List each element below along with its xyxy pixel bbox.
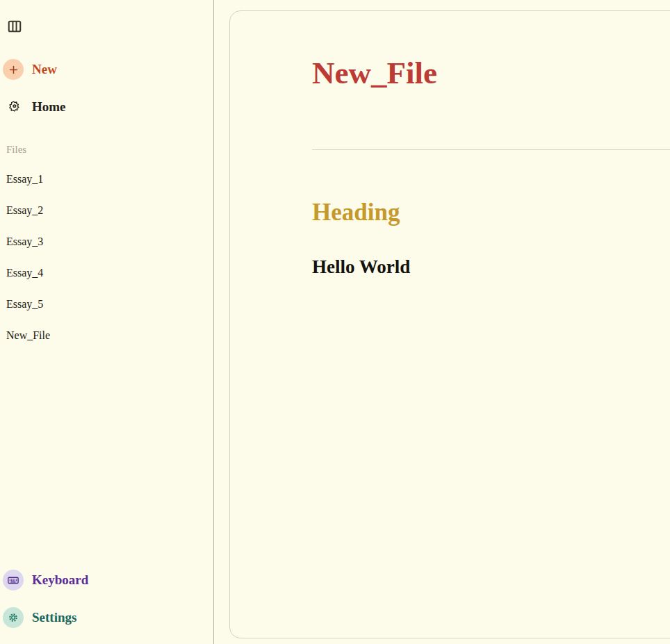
file-item-essay-1[interactable]: Essay_1 <box>0 163 213 195</box>
keyboard-button[interactable]: Keyboard <box>3 569 88 591</box>
document-heading-block[interactable]: Heading <box>312 198 670 227</box>
document-paragraph-block[interactable]: Hello World <box>312 256 670 278</box>
new-button-label: New <box>32 62 57 77</box>
app-window: { "colors": { "background": "#fdfbe9", "… <box>0 0 670 644</box>
editor-content: New_File Heading Hello World <box>230 11 670 638</box>
file-item-new-file[interactable]: New_File <box>0 320 213 351</box>
document-title[interactable]: New_File <box>312 54 670 92</box>
title-divider <box>312 149 670 150</box>
settings-button[interactable]: Settings <box>3 606 76 629</box>
editor-card: New_File Heading Hello World <box>229 10 670 638</box>
settings-button-label: Settings <box>32 610 76 625</box>
keyboard-icon <box>3 570 24 591</box>
sidebar-toggle-button[interactable] <box>7 19 22 34</box>
home-button[interactable]: Home <box>3 96 66 118</box>
file-item-essay-5[interactable]: Essay_5 <box>0 288 213 320</box>
sidebar: New Home Files Essay_1 Essay_2 Essay_3 E… <box>0 0 214 644</box>
file-item-essay-2[interactable]: Essay_2 <box>0 195 213 226</box>
columns-layout-icon <box>7 26 22 36</box>
home-button-label: Home <box>32 99 66 115</box>
files-section-label: Files <box>6 144 26 156</box>
plus-icon <box>3 59 24 80</box>
file-item-essay-4[interactable]: Essay_4 <box>0 257 213 288</box>
new-file-button[interactable]: New <box>3 58 57 81</box>
files-list: Essay_1 Essay_2 Essay_3 Essay_4 Essay_5 … <box>0 163 213 351</box>
keyboard-button-label: Keyboard <box>32 572 88 588</box>
gear-icon <box>3 607 24 628</box>
scribble-home-icon <box>6 99 22 115</box>
file-item-essay-3[interactable]: Essay_3 <box>0 226 213 257</box>
